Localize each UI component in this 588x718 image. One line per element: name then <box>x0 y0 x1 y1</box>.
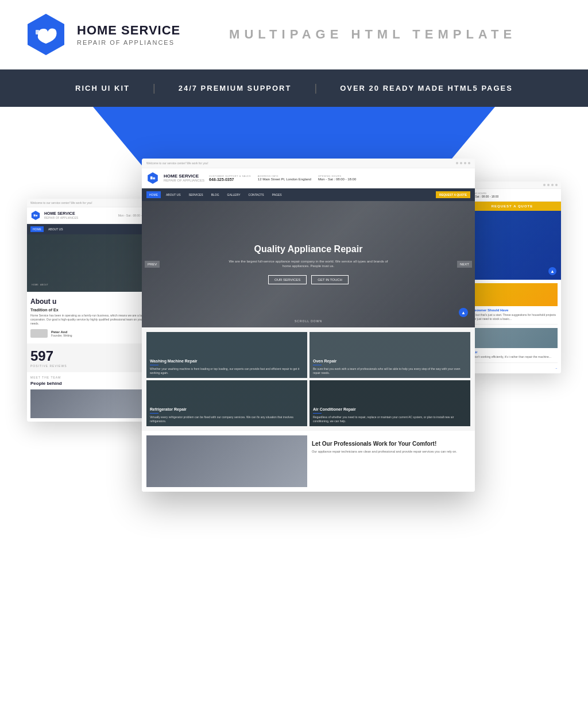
rdot-2 <box>547 184 550 186</box>
blog-image-1 <box>467 283 558 306</box>
scroll-up-btn[interactable]: ▲ <box>459 308 468 317</box>
hero-contact-btn[interactable]: GET IN TOUCH <box>311 275 349 284</box>
logo-title: HOME SERVICE <box>77 23 180 38</box>
right-hours-info: OPENING HOURS Mon - Sat : 08:00 - 18:00 <box>463 189 561 202</box>
nav-gallery[interactable]: GALLERY <box>225 191 243 198</box>
logo-icon <box>23 11 69 57</box>
signature-image <box>30 329 48 338</box>
service-title-4: Air Conditioner Repair <box>313 407 467 411</box>
bottom-text: Let Our Professionals Work for Your Comf… <box>310 435 470 487</box>
hero-next-btn[interactable]: NEXT <box>457 261 472 268</box>
service-line-1 <box>150 365 158 365</box>
rdot-3 <box>551 184 554 186</box>
left-mockup-about: About u Tradition of Ex Home Service has… <box>27 292 153 343</box>
hero-prev-btn[interactable]: PREV <box>145 261 160 268</box>
dot-2 <box>460 162 462 164</box>
svg-rect-6 <box>150 176 153 179</box>
service-desc-1: Whether your washing machine is front lo… <box>150 367 304 375</box>
service-card-4: Air Conditioner Repair Regardless of whe… <box>310 380 470 426</box>
team-label: MEET THE TEAM <box>30 376 150 379</box>
rdot-1 <box>543 184 546 186</box>
service-line-2 <box>313 365 322 365</box>
left-nav-about[interactable]: ABOUT US <box>46 226 65 232</box>
logo-subtitle: REPAIR OF APPLIANCES <box>77 39 180 46</box>
about-sub: Tradition of Ex <box>30 308 150 312</box>
about-title: About u <box>30 298 150 306</box>
dot-1 <box>456 162 458 164</box>
nav-pages[interactable]: PAGES <box>269 191 285 198</box>
blog-title-1: Homeowner Should Have <box>467 308 558 312</box>
right-blog: Homeowner Should Have ...mer, but that's… <box>463 280 561 373</box>
service-line-3 <box>150 413 158 414</box>
main-mockup: Welcome to our service center! We work f… <box>142 159 475 492</box>
blog-text-2: ...and isn't working efficiently, it's t… <box>467 355 558 359</box>
bottom-title: Let Our Professionals Work for Your Comf… <box>312 440 468 447</box>
left-logo-icon <box>30 210 41 221</box>
blog-image-2 <box>467 328 558 348</box>
signature-area: Peter And Founder, Writing <box>30 329 150 338</box>
preview-section: Welcome to our service center! We work f… <box>0 107 588 624</box>
left-mockup-stat: 597 POSITIVE REVIEWS <box>27 343 153 372</box>
hours-info: OPENING HOURS Mon - Sat : 08:00 - 18:00 <box>318 175 356 182</box>
blog-item-2: Repair ...and isn't working efficiently,… <box>467 328 558 363</box>
feature-1: RICH UI KIT <box>52 84 153 92</box>
main-hero: PREV Quality Appliance Repair We are the… <box>142 201 475 327</box>
scroll-down-label: SCROLL DOWN <box>295 319 322 323</box>
service-line-4 <box>313 413 322 414</box>
service-title-3: Refrigerator Repair <box>150 407 304 411</box>
nav-blog[interactable]: BLOG <box>208 191 222 198</box>
right-dots <box>543 184 558 186</box>
right-more-link[interactable]: → <box>467 366 558 370</box>
svg-rect-4 <box>36 215 37 217</box>
main-logo-icon <box>146 172 159 184</box>
feature-3: OVER 20 READY MADE HTML5 PAGES <box>317 84 536 92</box>
logo-text-area: HOME SERVICE REPAIR OF APPLIANCES <box>77 23 180 46</box>
nav-about[interactable]: ABOUT US <box>163 191 183 198</box>
main-header-info: CUSTOMER SUPPORT & SALES 648-325-0357 AD… <box>209 175 470 182</box>
left-nav-home[interactable]: HOME <box>30 226 44 232</box>
right-hero-image: ▲ <box>463 211 561 280</box>
right-mockup: OPENING HOURS Mon - Sat : 08:00 - 18:00 … <box>463 182 561 373</box>
dot-3 <box>464 162 466 164</box>
main-header-logo-text: HOME SERVICE REPAIR OF APPLIANCES <box>164 173 204 183</box>
hero-services-btn[interactable]: OUR SERVICES <box>268 275 307 284</box>
blog-text-1: ...mer, but that's just a start. These s… <box>467 313 558 321</box>
service-card-2: Oven Repair Be sure that you work with a… <box>310 332 470 378</box>
address-info: ADDRESS INFO 12 Main Street Pl, London E… <box>258 175 311 182</box>
rdot-4 <box>555 184 558 186</box>
svg-rect-7 <box>153 177 155 180</box>
left-logo-text: HOME SERVICE REPAIR OF APPLIANCES <box>44 211 78 219</box>
features-bar: RICH UI KIT | 24/7 PREMIUM SUPPORT | OVE… <box>0 70 588 107</box>
left-mockup-nav: HOME ABOUT US <box>27 224 153 234</box>
left-mockup-topbar: Welcome to our service center! We work f… <box>27 199 153 207</box>
team-title: People behind <box>30 381 150 386</box>
blog-title-2: Repair <box>467 350 558 354</box>
service-desc-3: Virtually every refrigerator problem can… <box>150 415 304 423</box>
main-header-bar: HOME SERVICE REPAIR OF APPLIANCES CUSTOM… <box>142 168 475 188</box>
team-person-image <box>30 389 150 418</box>
services-grid: Washing Machine Repair Whether your wash… <box>142 327 475 431</box>
nav-cta[interactable]: REQUEST A QUOTE <box>436 191 470 198</box>
main-topbar: Welcome to our service center! We work f… <box>142 159 475 168</box>
blog-item-1: Homeowner Should Have ...mer, but that's… <box>467 283 558 325</box>
logo-area: HOME SERVICE REPAIR OF APPLIANCES <box>23 11 180 57</box>
left-mockup-team: MEET THE TEAM People behind <box>27 372 153 422</box>
left-mockup-header: HOME SERVICE REPAIR OF APPLIANCES Mon - … <box>27 207 153 224</box>
nav-home[interactable]: HOME <box>146 191 161 198</box>
dot-4 <box>468 162 470 164</box>
right-scroll-btn[interactable]: ▲ <box>548 267 556 275</box>
signature-info: Peter And Founder, Writing <box>51 330 72 337</box>
service-title-2: Oven Repair <box>313 359 467 363</box>
nav-contacts[interactable]: CONTACTS <box>246 191 267 198</box>
svg-rect-1 <box>36 30 39 34</box>
hero-buttons: OUR SERVICES GET IN TOUCH <box>268 275 349 284</box>
service-desc-2: Be sure that you work with a team of pro… <box>313 367 467 375</box>
service-title-1: Washing Machine Repair <box>150 359 304 363</box>
stat-number: 597 <box>30 348 150 364</box>
nav-services[interactable]: SERVICES <box>185 191 206 198</box>
bottom-image <box>146 435 307 487</box>
right-topbar <box>463 182 561 189</box>
left-mockup-hero: HOME ABOUT <box>27 234 153 292</box>
site-header: HOME SERVICE REPAIR OF APPLIANCES MULTIP… <box>0 0 588 70</box>
right-cta-button[interactable]: REQUEST A QUOTE <box>463 202 561 211</box>
